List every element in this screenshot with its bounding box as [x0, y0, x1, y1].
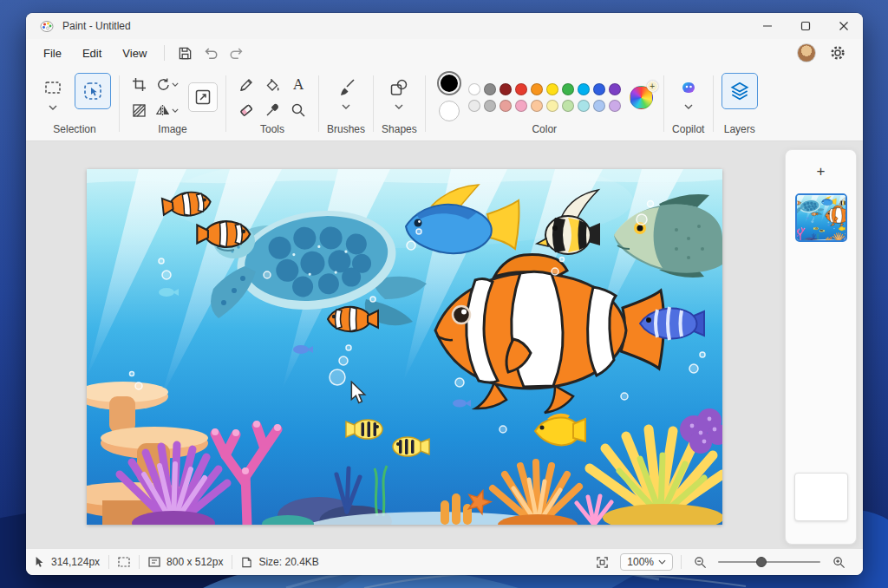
- rect-select-icon: [43, 78, 62, 97]
- brush-icon: [336, 78, 356, 97]
- shapes-button[interactable]: [382, 73, 415, 102]
- brushes-label: Brushes: [327, 123, 365, 137]
- palette-swatch[interactable]: [484, 100, 496, 112]
- ribbon: Selection: [26, 67, 863, 141]
- brushes-button[interactable]: [330, 73, 362, 102]
- layers-button[interactable]: [722, 73, 758, 109]
- copilot-icon: [678, 77, 699, 98]
- flip-button[interactable]: [152, 99, 181, 121]
- palette-swatch[interactable]: [515, 100, 527, 112]
- zoom-out-icon: [694, 556, 707, 569]
- settings-button[interactable]: [825, 41, 851, 65]
- maximize-button[interactable]: [787, 13, 825, 39]
- chevron-down-icon[interactable]: [342, 104, 350, 109]
- minimize-button[interactable]: [748, 13, 787, 39]
- palette-swatch[interactable]: [515, 83, 527, 95]
- zoom-in-button[interactable]: [828, 552, 849, 572]
- paint-window: Paint - Untitled File Edit View: [26, 13, 863, 575]
- palette-swatch[interactable]: [562, 100, 574, 112]
- undo-button[interactable]: [198, 41, 224, 65]
- menu-file[interactable]: File: [33, 42, 72, 64]
- minimize-icon: [762, 21, 773, 31]
- text-tool-button[interactable]: A: [286, 73, 310, 96]
- divider: [164, 45, 165, 61]
- menu-bar: File Edit View: [26, 39, 863, 67]
- chevron-down-icon[interactable]: [395, 104, 403, 109]
- shapes-label: Shapes: [382, 123, 417, 137]
- drawing-canvas[interactable]: [87, 169, 722, 525]
- divider: [119, 75, 120, 132]
- account-avatar[interactable]: [797, 43, 816, 62]
- background-layer-thumbnail[interactable]: [794, 473, 848, 521]
- rect-select-button[interactable]: [38, 73, 68, 102]
- redo-button[interactable]: [224, 41, 250, 65]
- canvas-size-value: 800 x 512px: [166, 556, 223, 568]
- canvas-size-icon: [148, 557, 160, 567]
- magnifier-button[interactable]: [286, 98, 310, 121]
- menu-edit[interactable]: Edit: [72, 42, 112, 64]
- eraser-icon: [238, 102, 254, 118]
- palette-swatch[interactable]: [578, 100, 590, 112]
- ribbon-section-image: Image: [124, 67, 221, 140]
- eraser-button[interactable]: [234, 98, 258, 121]
- file-size-icon: [241, 557, 252, 568]
- zoom-slider-thumb[interactable]: [756, 557, 767, 567]
- palette-swatch[interactable]: [609, 100, 621, 112]
- zoom-out-button[interactable]: [689, 552, 710, 572]
- gear-icon: [830, 45, 846, 61]
- chevron-down-icon[interactable]: [684, 104, 693, 109]
- foreground-color-swatch[interactable]: [439, 73, 460, 94]
- chevron-down-icon[interactable]: [49, 105, 57, 110]
- palette-swatch[interactable]: [546, 100, 558, 112]
- palette-swatch[interactable]: [484, 83, 496, 95]
- palette-swatch[interactable]: [531, 83, 543, 95]
- background-color-swatch[interactable]: [439, 101, 460, 121]
- eyedropper-button[interactable]: [260, 98, 284, 121]
- resize-icon: [194, 88, 212, 106]
- palette-swatch[interactable]: [546, 83, 558, 95]
- palette-swatch[interactable]: [609, 83, 621, 95]
- palette-swatch[interactable]: [468, 83, 480, 95]
- cursor-position-value: 314,124px: [51, 556, 100, 568]
- layer-thumbnail-active[interactable]: [795, 193, 847, 242]
- fill-button[interactable]: [260, 73, 284, 96]
- eyedropper-icon: [264, 102, 280, 118]
- add-layer-button[interactable]: +: [808, 160, 834, 183]
- palette-swatch[interactable]: [578, 83, 590, 95]
- pencil-button[interactable]: [234, 73, 258, 96]
- copilot-button[interactable]: [672, 73, 705, 102]
- close-button[interactable]: [825, 13, 863, 39]
- divider: [318, 75, 319, 132]
- palette-swatch[interactable]: [593, 83, 605, 95]
- crop-button[interactable]: [127, 73, 150, 95]
- menu-view[interactable]: View: [112, 42, 157, 64]
- divider: [373, 75, 374, 132]
- palette-swatch[interactable]: [562, 83, 574, 95]
- palette-swatch[interactable]: [500, 83, 512, 95]
- zoom-level-dropdown[interactable]: 100%: [620, 553, 673, 571]
- rotate-button[interactable]: [152, 73, 181, 95]
- canvas-size-segment: 800 x 512px: [140, 556, 232, 568]
- pencil-icon: [238, 77, 254, 93]
- image-label: Image: [158, 123, 186, 137]
- zoom-level-value: 100%: [627, 556, 654, 568]
- free-select-button[interactable]: [75, 73, 111, 109]
- title-bar[interactable]: Paint - Untitled: [26, 13, 863, 39]
- select-options-button[interactable]: [127, 99, 150, 121]
- layers-label: Layers: [724, 123, 755, 137]
- chevron-down-icon: [172, 82, 179, 87]
- palette-swatch[interactable]: [531, 100, 543, 112]
- window-title: Paint - Untitled: [62, 20, 131, 32]
- fit-to-screen-icon: [596, 556, 609, 569]
- save-button[interactable]: [172, 41, 198, 65]
- selection-size-icon: [118, 557, 130, 567]
- palette-swatch[interactable]: [468, 100, 480, 112]
- edit-colors-button[interactable]: +: [630, 84, 656, 110]
- divider: [225, 75, 226, 132]
- resize-button[interactable]: [188, 82, 218, 112]
- fit-to-screen-button[interactable]: [591, 552, 612, 572]
- flip-icon: [155, 103, 170, 118]
- palette-swatch[interactable]: [593, 100, 605, 112]
- zoom-slider[interactable]: [718, 556, 820, 568]
- palette-swatch[interactable]: [500, 100, 512, 112]
